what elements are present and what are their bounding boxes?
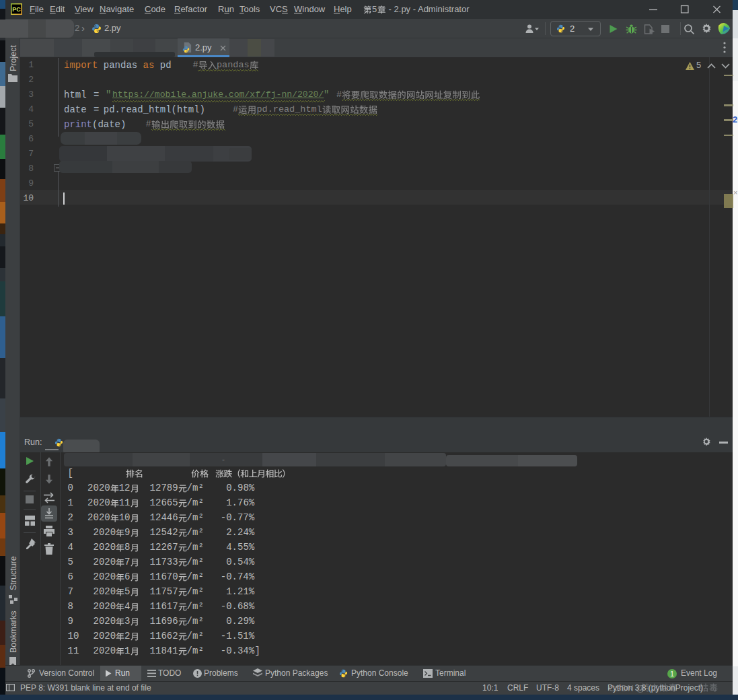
svg-text:PC: PC <box>12 6 21 13</box>
svg-text:1: 1 <box>670 670 674 678</box>
